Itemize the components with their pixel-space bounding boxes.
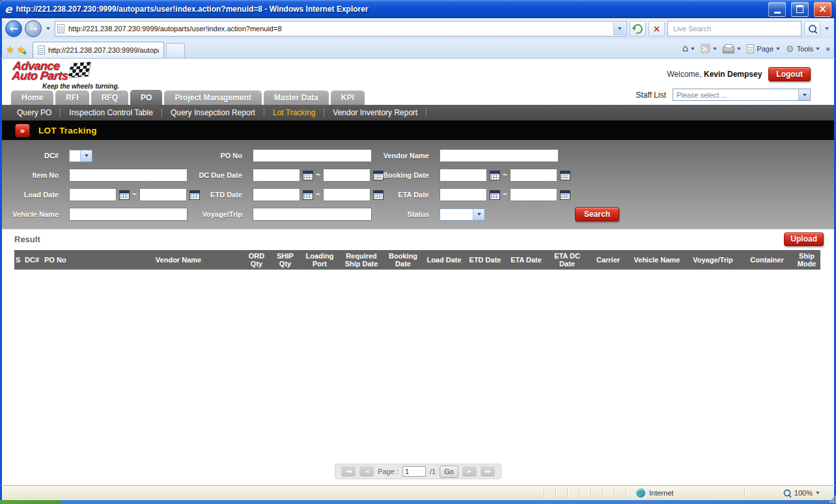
home-button[interactable]: ⌂: [682, 44, 695, 53]
eta-date-from-input[interactable]: [439, 188, 487, 201]
column-header-s[interactable]: S: [14, 250, 23, 270]
column-header-ord-qty[interactable]: ORD Qty: [242, 250, 271, 270]
column-header-loading-port[interactable]: Loading Port: [300, 250, 340, 270]
etd-date-to-input[interactable]: [323, 188, 370, 201]
checkered-flag-icon: [68, 62, 91, 77]
search-input[interactable]: [672, 24, 797, 33]
column-header-booking-date[interactable]: Booking Date: [383, 250, 423, 270]
load-date-to-input[interactable]: [139, 188, 187, 201]
column-header-eta-date[interactable]: ETA Date: [505, 250, 547, 270]
column-header-ship-qty[interactable]: SHIP Qty: [271, 250, 300, 270]
subnav-item-lot-tracking[interactable]: Lot Tracking: [264, 108, 324, 117]
column-header-vendor-name[interactable]: Vendor Name: [115, 250, 242, 270]
chevron-down-icon: [776, 48, 780, 50]
po-no-input[interactable]: [253, 149, 372, 162]
vehicle-name-input[interactable]: [69, 208, 188, 221]
first-page-button[interactable]: ◀◀: [341, 466, 355, 477]
recent-pages-button[interactable]: [44, 21, 52, 36]
new-tab-button[interactable]: [166, 43, 185, 58]
page-menu[interactable]: Page: [747, 44, 780, 53]
calendar-icon[interactable]: [303, 190, 313, 200]
add-favorite-button[interactable]: ★: [16, 45, 25, 55]
column-header-carrier[interactable]: Carrier: [587, 250, 629, 270]
double-arrow-icon: »: [20, 126, 25, 135]
staff-list-select[interactable]: Please select ...: [673, 89, 811, 101]
welcome-area: Welcome, Kevin Dempsey Logout: [667, 67, 811, 81]
more-toolbar-buttons[interactable]: »: [826, 44, 830, 53]
search-button[interactable]: Search: [575, 207, 619, 221]
minimize-button[interactable]: [768, 2, 786, 17]
booking-date-from-input[interactable]: [439, 169, 487, 182]
calendar-icon[interactable]: [373, 190, 383, 200]
address-input[interactable]: [67, 24, 611, 33]
calendar-icon[interactable]: [303, 171, 313, 180]
print-button[interactable]: [723, 44, 741, 53]
globe-icon: [636, 488, 645, 497]
refresh-button[interactable]: [630, 21, 646, 36]
calendar-icon[interactable]: [490, 190, 500, 200]
etd-date-from-input[interactable]: [253, 188, 300, 201]
calendar-icon[interactable]: [373, 171, 383, 180]
subnav-item-vendor-inventory-report[interactable]: Vendor Inventory Report: [324, 108, 426, 117]
column-header-voyage-trip[interactable]: Voyage/Trip: [685, 250, 741, 270]
zoom-control[interactable]: 100%: [751, 489, 820, 497]
column-header-container[interactable]: Container: [741, 250, 793, 270]
nav-tab-master-data[interactable]: Master Data: [264, 91, 329, 105]
nav-tab-home[interactable]: Home: [11, 91, 53, 105]
dc-due-date-from-input[interactable]: [253, 169, 300, 182]
dc-due-date-to-input[interactable]: [323, 169, 370, 182]
feeds-button[interactable]: [701, 44, 717, 53]
nav-tab-rfi[interactable]: RFI: [55, 91, 89, 105]
stop-button[interactable]: ×: [648, 21, 665, 36]
next-page-button[interactable]: ▶: [462, 466, 477, 477]
calendar-icon[interactable]: [560, 171, 570, 180]
voyage-trip-input[interactable]: [253, 208, 372, 221]
favorites-center-button[interactable]: ★: [6, 45, 14, 55]
browser-tab[interactable]: http://221.238.207.230:9999/autoparts/us…: [33, 42, 164, 58]
tools-menu[interactable]: ⚙Tools: [786, 44, 820, 53]
vendor-name-input[interactable]: [439, 149, 559, 162]
page-number-input[interactable]: [402, 466, 426, 477]
nav-tab-project-management[interactable]: Project Management: [164, 91, 261, 105]
calendar-icon[interactable]: [560, 190, 570, 200]
column-header-load-date[interactable]: Load Date: [423, 250, 465, 270]
item-no-input[interactable]: [69, 169, 188, 182]
search-options-button[interactable]: [823, 21, 831, 36]
collapse-section-button[interactable]: »: [15, 124, 30, 137]
go-button[interactable]: Go: [439, 466, 458, 478]
eta-date-to-input[interactable]: [510, 188, 557, 201]
calendar-icon[interactable]: [119, 190, 130, 200]
column-header-required-ship-date[interactable]: Required Ship Date: [340, 250, 383, 270]
column-header-ship-mode[interactable]: Ship Mode: [793, 250, 820, 270]
upload-button[interactable]: Upload: [784, 232, 824, 246]
load-date-from-input[interactable]: [69, 188, 117, 201]
logout-button[interactable]: Logout: [768, 67, 811, 81]
column-header-vehicle-name[interactable]: Vehicle Name: [629, 250, 685, 270]
booking-date-to-input[interactable]: [510, 169, 557, 182]
calendar-icon[interactable]: [189, 190, 200, 200]
column-header-dc[interactable]: DC#: [23, 250, 43, 270]
column-header-po-no[interactable]: PO No: [43, 250, 115, 270]
advance-auto-parts-logo[interactable]: Advance Auto Parts Keep the wheels turni…: [12, 61, 119, 90]
subnav-item-inspection-control-table[interactable]: Inspection Control Table: [61, 108, 162, 117]
column-header-etd-date[interactable]: ETD Date: [465, 250, 505, 270]
address-dropdown-button[interactable]: [613, 22, 626, 35]
close-button[interactable]: ×: [814, 2, 831, 17]
subnav-item-query-insepction-report[interactable]: Query Insepction Report: [162, 108, 264, 117]
nav-tab-rfq[interactable]: RFQ: [91, 91, 128, 105]
back-button[interactable]: ←: [5, 20, 22, 37]
calendar-icon[interactable]: [490, 171, 500, 180]
previous-page-button[interactable]: ◀: [359, 466, 374, 477]
restore-button[interactable]: [791, 2, 809, 17]
forward-button[interactable]: →: [25, 20, 42, 37]
subnav-item-query-po[interactable]: Query PO: [8, 108, 61, 117]
nav-tab-po[interactable]: PO: [130, 90, 162, 105]
statusbar-separator: [602, 488, 604, 498]
dc-select[interactable]: [69, 150, 92, 162]
resize-grip[interactable]: [829, 496, 831, 497]
last-page-button[interactable]: ▶▶: [481, 466, 495, 477]
nav-tab-kpi[interactable]: KPI: [331, 91, 365, 105]
column-header-eta-dc-date[interactable]: ETA DC Date: [547, 250, 587, 270]
status-select[interactable]: [439, 208, 485, 221]
search-go-button[interactable]: [804, 21, 820, 36]
